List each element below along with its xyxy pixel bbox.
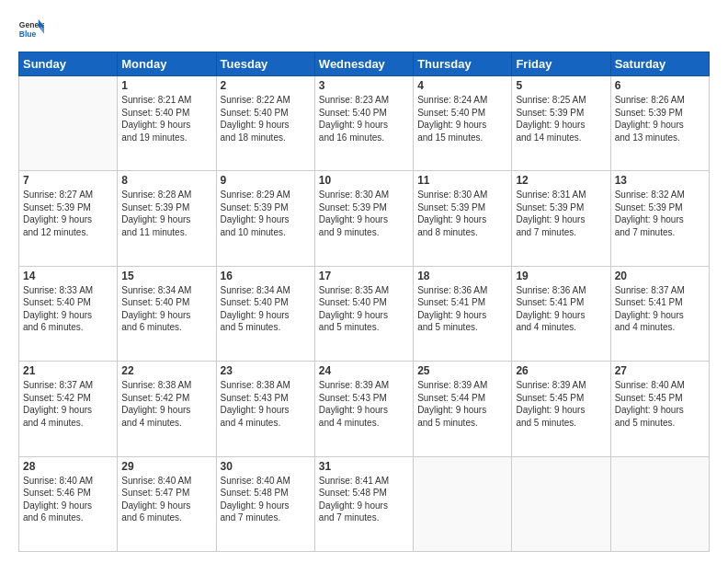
day-number: 28 [23,460,113,473]
svg-text:Blue: Blue [19,29,37,39]
calendar-cell: 26Sunrise: 8:39 AM Sunset: 5:45 PM Dayli… [512,362,610,456]
calendar-day-header: Thursday [414,52,512,76]
day-number: 15 [121,270,211,282]
calendar-cell: 21Sunrise: 8:37 AM Sunset: 5:42 PM Dayli… [19,362,118,456]
day-number: 9 [221,174,311,187]
calendar-cell: 31Sunrise: 8:41 AM Sunset: 5:48 PM Dayli… [314,456,413,551]
calendar-cell: 3Sunrise: 8:23 AM Sunset: 5:40 PM Daylig… [314,76,413,171]
header: General Blue [18,17,710,42]
day-number: 21 [23,364,113,377]
cell-info: Sunrise: 8:37 AM Sunset: 5:41 PM Dayligh… [615,284,705,334]
calendar-week-row: 7Sunrise: 8:27 AM Sunset: 5:39 PM Daylig… [19,171,710,266]
calendar-cell: 1Sunrise: 8:21 AM Sunset: 5:40 PM Daylig… [118,76,216,171]
day-number: 20 [615,270,705,282]
cell-info: Sunrise: 8:31 AM Sunset: 5:39 PM Dayligh… [516,189,606,238]
day-number: 29 [121,460,211,473]
calendar-cell: 24Sunrise: 8:39 AM Sunset: 5:43 PM Dayli… [314,362,413,456]
cell-info: Sunrise: 8:39 AM Sunset: 5:44 PM Dayligh… [417,379,507,429]
cell-info: Sunrise: 8:21 AM Sunset: 5:40 PM Dayligh… [121,94,211,144]
calendar-cell: 13Sunrise: 8:32 AM Sunset: 5:39 PM Dayli… [610,171,709,266]
cell-info: Sunrise: 8:40 AM Sunset: 5:48 PM Dayligh… [221,475,311,524]
day-number: 4 [417,79,507,92]
cell-info: Sunrise: 8:39 AM Sunset: 5:45 PM Dayligh… [516,379,606,429]
calendar-cell: 4Sunrise: 8:24 AM Sunset: 5:40 PM Daylig… [414,76,512,171]
cell-info: Sunrise: 8:38 AM Sunset: 5:42 PM Dayligh… [121,379,211,429]
calendar-week-row: 28Sunrise: 8:40 AM Sunset: 5:46 PM Dayli… [19,456,710,551]
cell-info: Sunrise: 8:29 AM Sunset: 5:39 PM Dayligh… [221,189,311,238]
day-number: 6 [615,79,705,92]
svg-marker-3 [39,27,44,34]
day-number: 8 [121,174,211,187]
calendar-day-header: Wednesday [314,52,413,76]
calendar-week-row: 14Sunrise: 8:33 AM Sunset: 5:40 PM Dayli… [19,266,710,361]
day-number: 11 [417,174,507,187]
calendar-cell: 29Sunrise: 8:40 AM Sunset: 5:47 PM Dayli… [118,456,216,551]
day-number: 3 [319,79,409,92]
calendar-cell: 10Sunrise: 8:30 AM Sunset: 5:39 PM Dayli… [314,171,413,266]
day-number: 5 [516,79,606,92]
calendar-cell: 18Sunrise: 8:36 AM Sunset: 5:41 PM Dayli… [414,266,512,361]
calendar-day-header: Friday [512,52,610,76]
day-number: 16 [221,270,311,282]
day-number: 10 [319,174,409,187]
calendar-cell: 12Sunrise: 8:31 AM Sunset: 5:39 PM Dayli… [512,171,610,266]
calendar-cell: 20Sunrise: 8:37 AM Sunset: 5:41 PM Dayli… [610,266,709,361]
day-number: 31 [319,460,409,473]
day-number: 23 [221,364,311,377]
calendar-cell: 23Sunrise: 8:38 AM Sunset: 5:43 PM Dayli… [216,362,314,456]
day-number: 19 [516,270,606,282]
calendar-cell: 9Sunrise: 8:29 AM Sunset: 5:39 PM Daylig… [216,171,314,266]
cell-info: Sunrise: 8:40 AM Sunset: 5:45 PM Dayligh… [615,379,705,429]
logo: General Blue [18,17,44,42]
cell-info: Sunrise: 8:35 AM Sunset: 5:40 PM Dayligh… [319,284,409,334]
day-number: 7 [23,174,113,187]
calendar-day-header: Monday [118,52,216,76]
calendar-day-header: Saturday [610,52,709,76]
calendar-cell: 16Sunrise: 8:34 AM Sunset: 5:40 PM Dayli… [216,266,314,361]
calendar-cell: 14Sunrise: 8:33 AM Sunset: 5:40 PM Dayli… [19,266,118,361]
calendar-header-row: SundayMondayTuesdayWednesdayThursdayFrid… [19,52,710,76]
calendar-cell: 15Sunrise: 8:34 AM Sunset: 5:40 PM Dayli… [118,266,216,361]
logo-icon: General Blue [18,17,44,42]
cell-info: Sunrise: 8:41 AM Sunset: 5:48 PM Dayligh… [319,475,409,524]
cell-info: Sunrise: 8:34 AM Sunset: 5:40 PM Dayligh… [121,284,211,334]
cell-info: Sunrise: 8:40 AM Sunset: 5:47 PM Dayligh… [121,475,211,524]
day-number: 18 [417,270,507,282]
calendar-cell: 11Sunrise: 8:30 AM Sunset: 5:39 PM Dayli… [414,171,512,266]
page: General Blue SundayMondayTuesdayWednesda… [0,0,728,563]
day-number: 30 [221,460,311,473]
calendar-cell: 30Sunrise: 8:40 AM Sunset: 5:48 PM Dayli… [216,456,314,551]
day-number: 1 [121,79,211,92]
day-number: 24 [319,364,409,377]
cell-info: Sunrise: 8:36 AM Sunset: 5:41 PM Dayligh… [516,284,606,334]
cell-info: Sunrise: 8:32 AM Sunset: 5:39 PM Dayligh… [615,189,705,238]
day-number: 25 [417,364,507,377]
calendar-cell: 27Sunrise: 8:40 AM Sunset: 5:45 PM Dayli… [610,362,709,456]
cell-info: Sunrise: 8:24 AM Sunset: 5:40 PM Dayligh… [417,94,507,144]
day-number: 2 [221,79,311,92]
cell-info: Sunrise: 8:25 AM Sunset: 5:39 PM Dayligh… [516,94,606,144]
calendar-cell: 8Sunrise: 8:28 AM Sunset: 5:39 PM Daylig… [118,171,216,266]
calendar-week-row: 21Sunrise: 8:37 AM Sunset: 5:42 PM Dayli… [19,362,710,456]
calendar-cell [610,456,709,551]
day-number: 13 [615,174,705,187]
calendar-day-header: Tuesday [216,52,314,76]
day-number: 17 [319,270,409,282]
cell-info: Sunrise: 8:33 AM Sunset: 5:40 PM Dayligh… [23,284,113,334]
calendar-cell: 6Sunrise: 8:26 AM Sunset: 5:39 PM Daylig… [610,76,709,171]
cell-info: Sunrise: 8:38 AM Sunset: 5:43 PM Dayligh… [221,379,311,429]
calendar-cell: 7Sunrise: 8:27 AM Sunset: 5:39 PM Daylig… [19,171,118,266]
cell-info: Sunrise: 8:22 AM Sunset: 5:40 PM Dayligh… [221,94,311,144]
cell-info: Sunrise: 8:36 AM Sunset: 5:41 PM Dayligh… [417,284,507,334]
cell-info: Sunrise: 8:39 AM Sunset: 5:43 PM Dayligh… [319,379,409,429]
calendar-cell [512,456,610,551]
cell-info: Sunrise: 8:23 AM Sunset: 5:40 PM Dayligh… [319,94,409,144]
calendar-cell: 28Sunrise: 8:40 AM Sunset: 5:46 PM Dayli… [19,456,118,551]
cell-info: Sunrise: 8:40 AM Sunset: 5:46 PM Dayligh… [23,475,113,524]
day-number: 12 [516,174,606,187]
cell-info: Sunrise: 8:34 AM Sunset: 5:40 PM Dayligh… [221,284,311,334]
calendar-cell: 5Sunrise: 8:25 AM Sunset: 5:39 PM Daylig… [512,76,610,171]
day-number: 14 [23,270,113,282]
calendar-cell: 25Sunrise: 8:39 AM Sunset: 5:44 PM Dayli… [414,362,512,456]
day-number: 26 [516,364,606,377]
